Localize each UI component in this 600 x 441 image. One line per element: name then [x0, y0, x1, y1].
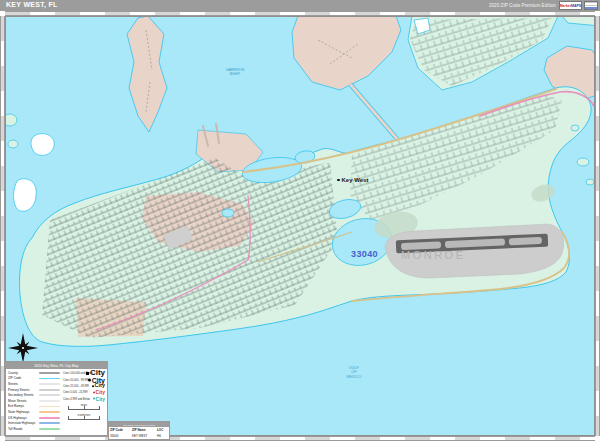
publisher-logo: MarketMAPS [559, 1, 582, 10]
zip-table-cell-name: KEY WEST [131, 433, 156, 439]
sunset-key [14, 179, 37, 211]
city-marker-red-icon [93, 391, 95, 393]
city-marker-teal-icon [93, 398, 95, 400]
compass-rose-icon [8, 333, 38, 363]
legend-title-text: 2020 Key West, FL City Map [34, 364, 78, 368]
scale-bar-miles: Miles [63, 403, 105, 412]
legend-row-toll-roads: Toll Roads [8, 426, 63, 432]
header-bar: KEY WEST, FL 2020 ZIP Code Premium Editi… [0, 0, 600, 11]
zip-table-cell-zip: 33040 [109, 433, 131, 439]
city-marker-medium-icon [88, 378, 91, 381]
grid-ruler-bottom [5, 436, 595, 441]
map-title: KEY WEST, FL [6, 1, 58, 8]
grid-ruler-top [5, 11, 595, 16]
edition-label: 2020 ZIP Code Premium Edition [489, 3, 556, 8]
grid-ruler-right [595, 16, 600, 436]
airport [385, 224, 564, 278]
scale-bar-kilometers: Kilometers [63, 413, 105, 422]
legend: 2020 Key West, FL City Map County ZIP Co… [5, 361, 108, 436]
zip-index-table: ZIP Code Index/Grid Locator ZIP Code ZIP… [108, 421, 170, 440]
city-marker-large-icon [86, 372, 89, 375]
edition-badge [584, 1, 598, 10]
wisteria-island [31, 134, 54, 156]
city-class-row: Cities 4,999 and BelowCity [63, 396, 105, 402]
zip-table-cell-loc: H6 [156, 433, 169, 439]
legend-line-symbols: County ZIP Code Streets Primary Streets … [8, 370, 63, 432]
city-marker-small-icon [92, 385, 94, 387]
legend-city-classes: Cities 100,000 and AboveCity Cities 50,0… [63, 370, 105, 432]
